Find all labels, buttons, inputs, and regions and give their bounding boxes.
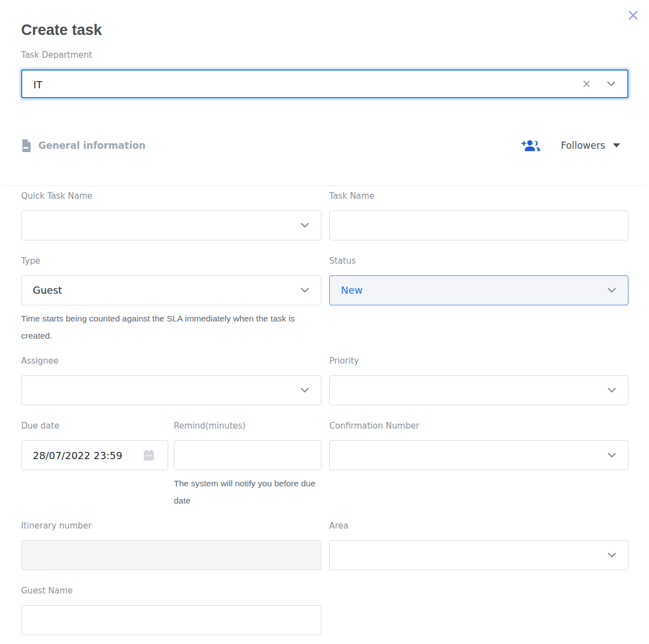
calendar-icon[interactable] (143, 450, 154, 461)
document-icon (21, 139, 32, 152)
assignee-label: Assignee (21, 356, 321, 366)
itinerary-number-label: Itinerary number (21, 521, 321, 531)
task-name-label: Task Name (329, 192, 628, 201)
guest-name-field (21, 605, 321, 635)
followers-button[interactable]: Followers (521, 138, 620, 153)
task-name-group: Task Name (329, 192, 628, 240)
confirmation-number-label: Confirmation Number (329, 421, 628, 431)
remind-field (174, 440, 321, 470)
assignee-group: Assignee (21, 356, 321, 405)
person-add-icon (521, 138, 541, 153)
create-task-modal: Create task Task Department IT (0, 0, 649, 644)
chevron-down-icon[interactable] (606, 449, 618, 461)
task-department-select[interactable]: IT (21, 69, 628, 98)
confirmation-number-value (330, 441, 628, 470)
assignee-value (22, 376, 321, 405)
itinerary-number-group: Itinerary number (21, 521, 321, 570)
task-department-value: IT (22, 71, 627, 97)
chevron-down-icon[interactable] (299, 284, 311, 296)
status-group: Status New (329, 256, 628, 305)
due-date-label: Due date (21, 421, 168, 431)
assignee-select[interactable] (21, 375, 321, 405)
chevron-down-icon[interactable] (606, 384, 618, 396)
area-group: Area (329, 521, 628, 570)
area-select[interactable] (329, 540, 628, 570)
area-label: Area (329, 521, 628, 531)
task-form: Quick Task Name Task Name Type (21, 192, 628, 635)
itinerary-number-input (22, 541, 321, 570)
caret-down-icon (613, 143, 620, 148)
chevron-down-icon[interactable] (606, 549, 618, 561)
guest-name-input[interactable] (22, 606, 321, 635)
chevron-down-icon[interactable] (605, 78, 617, 90)
general-information-header: General information (21, 139, 145, 152)
confirmation-number-select[interactable] (329, 440, 628, 470)
section-header-row: General information Followers (21, 137, 628, 154)
status-value: New (330, 276, 628, 305)
guest-name-label: Guest Name (21, 586, 321, 596)
task-department-label: Task Department (21, 51, 628, 60)
chevron-down-icon[interactable] (299, 219, 311, 232)
quick-task-name-label: Quick Task Name (21, 192, 321, 201)
due-date-field (21, 440, 168, 470)
page-title: Create task (21, 0, 628, 38)
section-title-text: General information (38, 140, 145, 151)
status-label: Status (329, 256, 628, 266)
chevron-down-icon[interactable] (606, 284, 618, 296)
quick-task-name-value (22, 211, 321, 240)
remind-group: Remind(minutes) The system will notify y… (174, 421, 321, 509)
area-value (330, 541, 628, 570)
status-select[interactable]: New (329, 275, 628, 305)
task-name-field (329, 210, 628, 240)
due-date-group: Due date (21, 421, 168, 470)
type-label: Type (21, 256, 321, 266)
chevron-down-icon[interactable] (299, 384, 311, 396)
priority-label: Priority (329, 356, 628, 366)
remind-helper-text: The system will notify you before due da… (174, 475, 321, 509)
due-remind-subrow: Due date (21, 421, 321, 509)
itinerary-number-field (21, 540, 321, 570)
guest-name-group: Guest Name (21, 586, 321, 635)
type-select[interactable]: Guest (21, 275, 321, 305)
quick-task-name-select[interactable] (21, 210, 321, 240)
followers-label: Followers (561, 140, 605, 151)
close-button[interactable] (625, 7, 641, 23)
task-department-group: Task Department IT (21, 51, 628, 98)
remind-input[interactable] (174, 441, 321, 470)
clear-icon[interactable] (581, 79, 592, 89)
quick-task-name-group: Quick Task Name (21, 192, 321, 240)
type-helper-text: Time starts being counted against the SL… (21, 310, 321, 344)
section-divider (3, 185, 646, 186)
type-value: Guest (22, 276, 321, 305)
remind-label: Remind(minutes) (174, 421, 321, 431)
close-icon (627, 9, 640, 22)
priority-select[interactable] (329, 375, 628, 405)
type-group: Type Guest Time starts being counted aga… (21, 256, 321, 344)
priority-value (330, 376, 628, 405)
confirmation-number-group: Confirmation Number (329, 421, 628, 470)
task-name-input[interactable] (330, 211, 628, 240)
priority-group: Priority (329, 356, 628, 405)
